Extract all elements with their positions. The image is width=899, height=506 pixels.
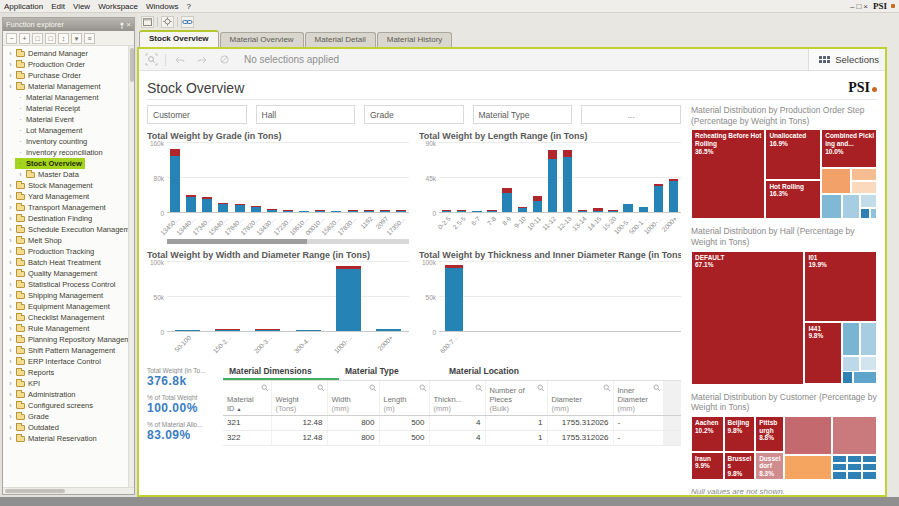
pin-icon[interactable]: [118, 21, 126, 29]
treemap-cell[interactable]: [860, 322, 877, 357]
sidebar-item-production-tracking[interactable]: ›Production Tracking: [5, 246, 97, 257]
stacked-bar[interactable]: [348, 210, 358, 212]
search-icon[interactable]: [317, 384, 325, 392]
treemap-cell-aachen[interactable]: Aachen10.2%: [691, 416, 724, 452]
collapse-all-icon[interactable]: −: [6, 33, 17, 44]
treemap-cell[interactable]: [847, 455, 862, 463]
expander-icon[interactable]: ›: [8, 314, 13, 321]
search-icon[interactable]: [419, 384, 427, 392]
sidebar-item-administration[interactable]: ›Administration: [5, 389, 79, 400]
filter-more-button[interactable]: ...: [581, 105, 681, 124]
bar-slot[interactable]: [575, 143, 590, 212]
bar-slot[interactable]: [248, 262, 288, 331]
stacked-bar[interactable]: [251, 206, 261, 212]
sidebar-item-quality-management[interactable]: ›Quality Management: [5, 268, 100, 279]
sidebar-item-master-data[interactable]: ›Master Data: [15, 169, 82, 180]
treemap-cell[interactable]: [821, 168, 851, 194]
expander-icon[interactable]: ›: [8, 292, 13, 299]
bar-slot[interactable]: [377, 143, 393, 212]
expander-icon[interactable]: ›: [8, 50, 13, 57]
treemap-cell[interactable]: [862, 471, 877, 479]
sidebar-item-outdated[interactable]: ›Outdated: [5, 422, 62, 433]
treemap-cell[interactable]: [851, 181, 877, 194]
treemap-cell[interactable]: [851, 168, 877, 182]
column-header-length[interactable]: Length(m): [379, 381, 429, 415]
bar-slot[interactable]: [361, 143, 377, 212]
treemap-cell[interactable]: [870, 208, 877, 220]
bar-slot[interactable]: [469, 143, 484, 212]
expander-icon[interactable]: ›: [8, 336, 13, 343]
treemap-cell[interactable]: [784, 416, 832, 456]
close-panel-icon[interactable]: ×: [126, 20, 131, 29]
bar-slot[interactable]: [666, 143, 681, 212]
view-mode-icon[interactable]: □: [32, 33, 43, 44]
expand-all-icon[interactable]: +: [19, 33, 30, 44]
menu-view[interactable]: View: [73, 2, 90, 11]
treemap-cell-beijing[interactable]: Beijing9.8%: [724, 416, 756, 452]
expander-icon[interactable]: ›: [8, 358, 13, 365]
stacked-bar[interactable]: [518, 207, 527, 212]
stacked-bar[interactable]: [442, 210, 451, 212]
stacked-bar[interactable]: [608, 210, 617, 212]
stacked-bar[interactable]: [380, 210, 390, 212]
column-header-number-of-pieces[interactable]: Number of Pieces(Bulk): [485, 381, 547, 415]
sidebar-item-configured-screens[interactable]: ›Configured screens: [5, 400, 96, 411]
sidebar-item-shipping-management[interactable]: ›Shipping Management: [5, 290, 106, 301]
expander-icon[interactable]: ›: [8, 281, 13, 288]
tree-hscrollbar[interactable]: [3, 487, 134, 494]
menu-edit[interactable]: Edit: [51, 2, 65, 11]
stacked-bar[interactable]: [487, 210, 496, 212]
stacked-bar[interactable]: [218, 203, 228, 212]
stacked-bar[interactable]: [396, 210, 406, 212]
bar-slot[interactable]: [651, 143, 666, 212]
bar-slot[interactable]: [296, 143, 312, 212]
smart-search-icon[interactable]: [143, 53, 159, 67]
gear-icon[interactable]: [161, 16, 174, 28]
stacked-bar[interactable]: [235, 204, 245, 212]
treemap-cell[interactable]: [847, 471, 862, 479]
expander-icon[interactable]: ·: [18, 116, 23, 123]
treemap-cell[interactable]: [832, 416, 877, 456]
sidebar-item-checklist-management[interactable]: ›Checklist Management: [5, 312, 107, 323]
search-icon[interactable]: [537, 384, 545, 392]
menu-windows[interactable]: Windows: [146, 2, 178, 11]
stacked-bar[interactable]: [267, 209, 277, 212]
expander-icon[interactable]: ›: [8, 215, 13, 222]
expander-icon[interactable]: ›: [8, 193, 13, 200]
chart-hscrollbar[interactable]: [167, 239, 409, 244]
column-header-width[interactable]: Width(mm): [327, 381, 379, 415]
treemap-cell[interactable]: [842, 371, 853, 384]
stacked-bar[interactable]: [445, 265, 464, 332]
stacked-bar[interactable]: [502, 188, 511, 212]
treemap-cell-dusseldorf[interactable]: Dusseldorf8.3%: [755, 452, 784, 480]
sidebar-item-material-receipt[interactable]: ·Material Receipt: [15, 103, 83, 114]
stacked-bar[interactable]: [639, 207, 648, 212]
treemap-cell[interactable]: [860, 356, 877, 371]
treemap-cell[interactable]: [832, 463, 847, 471]
filter-customer[interactable]: Customer: [147, 105, 247, 124]
sidebar-item-material-reservation[interactable]: ›Material Reservation: [5, 433, 100, 444]
stacked-bar[interactable]: [336, 266, 361, 331]
stacked-bar[interactable]: [283, 210, 293, 212]
expander-icon[interactable]: ›: [18, 171, 23, 178]
tab-material-detail[interactable]: Material Detail: [305, 32, 376, 47]
filter-material-type[interactable]: Material Type: [473, 105, 573, 124]
stacked-bar[interactable]: [296, 330, 321, 331]
sidebar-item-reports[interactable]: ›Reports: [5, 367, 57, 378]
stacked-bar[interactable]: [376, 329, 401, 331]
bar-slot[interactable]: [545, 143, 560, 212]
bar-slot[interactable]: [167, 262, 207, 331]
bar-slot[interactable]: [393, 143, 409, 212]
expander-icon[interactable]: ›: [8, 391, 13, 398]
bar-slot[interactable]: [621, 143, 636, 212]
expander-icon[interactable]: ›: [8, 61, 13, 68]
sidebar-item-melt-shop[interactable]: ›Melt Shop: [5, 235, 65, 246]
expander-icon[interactable]: ·: [18, 94, 23, 101]
bar-slot[interactable]: [167, 143, 183, 212]
expander-icon[interactable]: ›: [8, 248, 13, 255]
filter-icon[interactable]: ▾: [71, 33, 82, 44]
sort-icon[interactable]: ↕: [58, 33, 69, 44]
bar-slot[interactable]: [484, 143, 499, 212]
expander-icon[interactable]: ·: [18, 138, 23, 145]
stacked-bar[interactable]: [563, 150, 572, 212]
